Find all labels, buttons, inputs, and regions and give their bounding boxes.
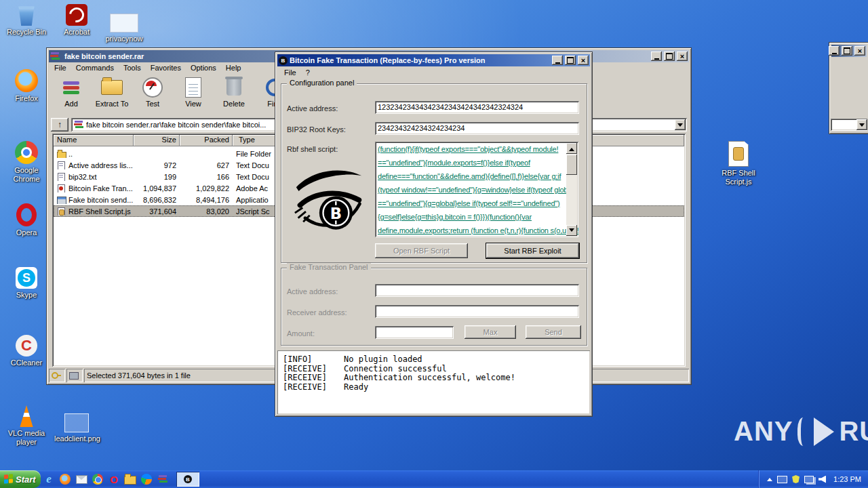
quicklaunch-ie[interactable]: e [41, 471, 57, 487]
log-line: [RECEIVE]Ready [283, 383, 585, 392]
bip32-root-keys-input[interactable]: 234234324234324234234 [375, 122, 579, 135]
close-button[interactable]: × [854, 46, 865, 56]
dropdown-button[interactable] [856, 119, 867, 130]
network-icon[interactable] [804, 476, 814, 483]
desktop-icon-acrobat[interactable]: Acrobat [54, 4, 99, 37]
toolbar-delete-button[interactable]: Delete [215, 74, 253, 116]
address-dropdown-button[interactable] [675, 119, 686, 130]
play-icon [814, 418, 834, 446]
quicklaunch-firefox[interactable] [57, 471, 73, 487]
open-rbf-script-button[interactable]: Open RBF Script [375, 243, 468, 258]
fake-active-address-input[interactable] [375, 284, 579, 297]
background-window-titlebar[interactable]: × [831, 45, 867, 57]
quicklaunch-mail[interactable] [73, 471, 90, 487]
desktop-icon-privacynow[interactable]: privacynow [102, 14, 146, 43]
icon-label: privacynow [102, 35, 146, 43]
security-shield-icon[interactable] [792, 475, 800, 483]
toolbar-add-button[interactable]: Add [52, 74, 90, 116]
start-rbf-exploit-button[interactable]: Start RBF Exploit [486, 243, 579, 258]
winrar-icon [158, 475, 167, 483]
desktop-icon-ccleaner[interactable]: C CCleaner [4, 335, 49, 367]
active-address-label: Active address: [287, 104, 338, 113]
dialog-title: Bitcoin Fake Transaction (Replace-by-fee… [290, 56, 550, 64]
desktop-icon-firefox[interactable]: Firefox [4, 69, 49, 103]
js-script-icon [728, 141, 749, 167]
up-one-level-button[interactable]: ↑ [51, 118, 68, 131]
key-icon [52, 372, 58, 379]
toolbar-view-button[interactable]: View [174, 74, 212, 116]
menu-help[interactable]: Help [221, 62, 246, 73]
maximize-button[interactable] [565, 56, 576, 65]
toolbar-extract-button[interactable]: Extract To [93, 74, 131, 116]
keyboard-layout-icon[interactable] [777, 476, 787, 483]
dialog-titlebar[interactable]: B Bitcoin Fake Transaction (Replace-by-f… [277, 54, 590, 66]
rbf-script-code: (function(f){if(typeof exports==="object… [378, 142, 566, 237]
icon-label: Skype [4, 291, 49, 300]
bitcoin-app-icon: B [184, 475, 192, 483]
active-address-label: Active address: [287, 287, 338, 296]
disk-indicator [66, 369, 83, 382]
desktop-icon-rbf-shell-script[interactable]: RBF Shell Script.js [716, 141, 761, 186]
toolbar-test-button[interactable]: Test [134, 74, 172, 116]
menu-file[interactable]: File [279, 67, 301, 78]
menu-commands[interactable]: Commands [71, 62, 119, 73]
fake-transaction-panel-group: Fake Transaction Panel Active address: R… [281, 268, 587, 346]
icon-label: Acrobat [54, 28, 99, 37]
volume-icon[interactable] [818, 476, 826, 483]
desktop-icon-google-chrome[interactable]: Google Chrome [4, 141, 49, 184]
taskbar: Start e O B 1:23 PM [0, 470, 868, 488]
watermark-bracket [797, 418, 809, 446]
header-name[interactable]: Name [54, 135, 134, 146]
toolbar-label: Extract To [96, 100, 129, 108]
toolbar-label: Add [64, 100, 78, 108]
tray-expand-icon[interactable] [767, 475, 772, 481]
chevron-up-icon [569, 145, 574, 151]
send-button[interactable]: Send [526, 325, 581, 339]
disk-icon [69, 372, 79, 380]
receiver-address-input[interactable] [375, 305, 579, 318]
active-task-button[interactable]: B [176, 472, 199, 487]
scroll-down-button[interactable] [566, 225, 577, 236]
winrar-toolbar: Add Extract To Test View Delete Find [52, 74, 294, 116]
menu-tools[interactable]: Tools [119, 62, 146, 73]
quicklaunch-opera[interactable]: O [106, 471, 122, 487]
rbf-script-textarea[interactable]: (function(f){if(typeof exports==="object… [375, 142, 578, 237]
menu-options[interactable]: Options [186, 62, 221, 73]
desktop-icon-leadclient[interactable]: leadclient.png [54, 413, 99, 443]
close-button[interactable]: × [677, 52, 688, 61]
maximize-button[interactable] [842, 46, 852, 56]
scrollbar[interactable] [566, 143, 577, 236]
minimize-button[interactable] [651, 52, 662, 61]
log-line: [RECEIVE]Authentication successful, welc… [283, 373, 585, 383]
header-packed[interactable]: Packed [180, 135, 233, 146]
close-button[interactable]: × [578, 56, 589, 65]
menu-file[interactable]: File [50, 62, 71, 73]
scroll-up-button[interactable] [566, 143, 577, 154]
amount-spinner-input[interactable] [375, 326, 454, 339]
desktop-icon-opera[interactable]: Opera [4, 203, 49, 237]
windows-flag-icon [4, 474, 13, 484]
folder-icon [124, 476, 136, 485]
quicklaunch-chrome[interactable] [90, 471, 106, 487]
desktop-icon-recycle-bin[interactable]: Recycle Bin [4, 4, 49, 37]
quicklaunch-folder[interactable] [122, 471, 138, 487]
active-address-input[interactable]: 12323423434342342343424342342324324 [375, 101, 579, 114]
max-button[interactable]: Max [465, 325, 516, 339]
start-button[interactable]: Start [0, 470, 41, 488]
menu-favorites[interactable]: Favorites [146, 62, 186, 73]
quicklaunch-winrar[interactable] [155, 471, 171, 487]
minimize-button[interactable] [552, 56, 563, 65]
desktop-icon-skype[interactable]: S Skype [4, 267, 49, 300]
minimize-button[interactable] [829, 46, 840, 56]
background-address-bar[interactable] [831, 119, 867, 131]
menu-help[interactable]: ? [301, 67, 315, 78]
vlc-icon [16, 405, 37, 427]
scrollbar-thumb[interactable] [566, 155, 577, 175]
background-window-fragment: × [829, 42, 868, 134]
maximize-button[interactable] [664, 52, 675, 61]
quicklaunch-media-player[interactable] [138, 471, 155, 487]
desktop-icon-vlc[interactable]: VLC media player [4, 405, 49, 447]
rbf-shell-script-label: Rbf shell script: [287, 145, 338, 153]
chevron-down-icon [859, 123, 865, 129]
header-size[interactable]: Size [134, 135, 180, 146]
